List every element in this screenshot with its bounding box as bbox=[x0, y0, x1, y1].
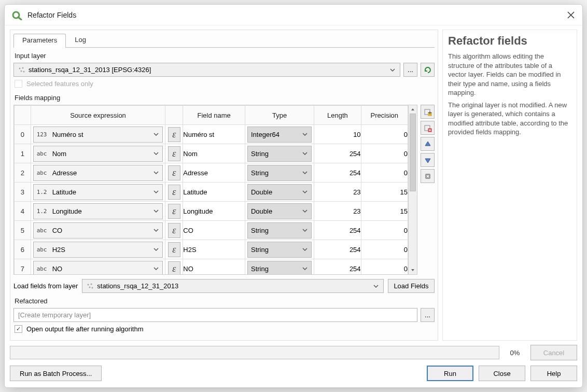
field-name-cell[interactable]: Adresse bbox=[183, 163, 245, 183]
expression-editor-button[interactable]: ε bbox=[168, 146, 180, 161]
field-name-cell[interactable]: NO bbox=[183, 259, 245, 275]
length-cell[interactable]: 10 bbox=[314, 125, 361, 144]
help-pane: Refactor fields This algorithm allows ed… bbox=[442, 30, 577, 341]
scroll-up-icon[interactable] bbox=[409, 105, 417, 114]
field-name-cell[interactable]: H2S bbox=[183, 240, 245, 259]
type-select[interactable]: String bbox=[247, 165, 312, 181]
row-index[interactable]: 2 bbox=[15, 163, 31, 183]
table-row[interactable]: 7abcNOεNOString2540 bbox=[15, 259, 408, 275]
precision-cell[interactable]: 0 bbox=[361, 163, 408, 183]
table-row[interactable]: 0123Numéro stεNuméro stInteger64100 bbox=[15, 125, 408, 144]
chevron-down-icon bbox=[302, 246, 308, 253]
type-select[interactable]: Double bbox=[247, 203, 312, 219]
type-select[interactable]: String bbox=[247, 261, 312, 275]
length-cell[interactable]: 23 bbox=[314, 183, 361, 202]
close-button[interactable]: Close bbox=[479, 366, 525, 381]
expression-editor-button[interactable]: ε bbox=[168, 185, 180, 200]
precision-cell[interactable]: 0 bbox=[361, 144, 408, 163]
header-fieldname[interactable]: Field name bbox=[183, 106, 245, 125]
scrollbar-thumb[interactable] bbox=[410, 114, 416, 191]
expression-editor-button[interactable]: ε bbox=[168, 242, 180, 257]
run-button[interactable]: Run bbox=[427, 366, 473, 381]
header-source[interactable]: Source expression bbox=[31, 106, 165, 125]
field-name-cell[interactable]: Numéro st bbox=[183, 125, 245, 144]
help-button[interactable]: Help bbox=[530, 366, 577, 381]
precision-cell[interactable]: 0 bbox=[361, 259, 408, 275]
length-cell[interactable]: 254 bbox=[314, 240, 361, 259]
length-cell[interactable]: 254 bbox=[314, 144, 361, 163]
source-expression-select[interactable]: 123Numéro st bbox=[33, 127, 163, 143]
add-field-button[interactable]: + bbox=[421, 105, 435, 119]
table-row[interactable]: 5abcCOεCOString2540 bbox=[15, 221, 408, 240]
layer-points-icon bbox=[87, 283, 94, 290]
reset-button[interactable] bbox=[421, 169, 435, 183]
expression-editor-button[interactable]: ε bbox=[168, 165, 180, 180]
table-scrollbar[interactable] bbox=[408, 105, 417, 274]
header-type[interactable]: Type bbox=[245, 106, 314, 125]
precision-cell[interactable]: 0 bbox=[361, 125, 408, 144]
move-up-button[interactable] bbox=[421, 137, 435, 151]
precision-cell[interactable]: 15 bbox=[361, 183, 408, 202]
source-expression-select[interactable]: 1.2Longitude bbox=[33, 203, 163, 219]
header-precision[interactable]: Precision bbox=[361, 106, 408, 125]
header-length[interactable]: Length bbox=[314, 106, 361, 125]
length-cell[interactable]: 254 bbox=[314, 163, 361, 183]
source-expression-select[interactable]: 1.2Latitude bbox=[33, 184, 163, 200]
expression-editor-button[interactable]: ε bbox=[168, 261, 180, 275]
row-index[interactable]: 7 bbox=[15, 259, 31, 275]
close-icon[interactable] bbox=[567, 11, 575, 19]
move-down-button[interactable] bbox=[421, 153, 435, 167]
precision-cell[interactable]: 0 bbox=[361, 240, 408, 259]
output-browse-button[interactable]: ... bbox=[421, 308, 435, 322]
row-index[interactable]: 0 bbox=[15, 125, 31, 144]
source-expression-select[interactable]: abcNom bbox=[33, 146, 163, 162]
table-row[interactable]: 31.2LatitudeεLatitudeDouble2315 bbox=[15, 183, 408, 202]
source-expression-select[interactable]: abcNO bbox=[33, 261, 163, 275]
row-index[interactable]: 6 bbox=[15, 240, 31, 259]
table-row[interactable]: 1abcNomεNomString2540 bbox=[15, 144, 408, 163]
type-select[interactable]: String bbox=[247, 146, 312, 162]
precision-cell[interactable]: 15 bbox=[361, 202, 408, 221]
row-index[interactable]: 5 bbox=[15, 221, 31, 240]
row-index[interactable]: 1 bbox=[15, 144, 31, 163]
row-index[interactable]: 3 bbox=[15, 183, 31, 202]
field-name-cell[interactable]: Nom bbox=[183, 144, 245, 163]
scroll-down-icon[interactable] bbox=[409, 266, 417, 274]
type-select[interactable]: String bbox=[247, 242, 312, 258]
delete-field-button[interactable] bbox=[421, 121, 435, 135]
field-name-cell[interactable]: Latitude bbox=[183, 183, 245, 202]
load-from-layer-select[interactable]: stations_rsqa_12_31_2013 bbox=[82, 279, 384, 293]
length-cell[interactable]: 254 bbox=[314, 259, 361, 275]
expression-editor-button[interactable]: ε bbox=[168, 127, 180, 142]
length-cell[interactable]: 254 bbox=[314, 221, 361, 240]
load-fields-button[interactable]: Load Fields bbox=[388, 279, 435, 293]
source-expression-select[interactable]: abcH2S bbox=[33, 242, 163, 258]
iterate-features-button[interactable] bbox=[421, 63, 435, 77]
input-layer-select[interactable]: stations_rsqa_12_31_2013 [EPSG:4326] bbox=[13, 63, 400, 77]
type-prefix: abc bbox=[37, 227, 51, 234]
browse-layer-button[interactable]: ... bbox=[403, 63, 417, 77]
output-path-input[interactable]: [Create temporary layer] bbox=[13, 308, 417, 322]
tab-parameters[interactable]: Parameters bbox=[13, 34, 66, 48]
row-index[interactable]: 4 bbox=[15, 202, 31, 221]
open-output-checkbox[interactable] bbox=[15, 325, 22, 333]
type-prefix: abc bbox=[37, 170, 51, 176]
type-select[interactable]: Integer64 bbox=[247, 127, 312, 143]
field-name-cell[interactable]: Longitude bbox=[183, 202, 245, 221]
expression-editor-button[interactable]: ε bbox=[168, 204, 180, 219]
source-expression-select[interactable]: abcCO bbox=[33, 222, 163, 239]
tab-log[interactable]: Log bbox=[66, 33, 95, 47]
table-row[interactable]: 2abcAdresseεAdresseString2540 bbox=[15, 163, 408, 183]
run-batch-button[interactable]: Run as Batch Process... bbox=[10, 366, 102, 381]
type-select[interactable]: Double bbox=[247, 184, 312, 200]
precision-cell[interactable]: 0 bbox=[361, 221, 408, 240]
length-cell[interactable]: 23 bbox=[314, 202, 361, 221]
source-expression-select[interactable]: abcAdresse bbox=[33, 165, 163, 181]
titlebar: Refactor Fields bbox=[5, 5, 582, 25]
table-row[interactable]: 6abcH2SεH2SString2540 bbox=[15, 240, 408, 259]
table-row[interactable]: 41.2LongitudeεLongitudeDouble2315 bbox=[15, 202, 408, 221]
field-name-cell[interactable]: CO bbox=[183, 221, 245, 240]
type-select[interactable]: String bbox=[247, 222, 312, 239]
expression-editor-button[interactable]: ε bbox=[168, 223, 180, 238]
input-layer-value: stations_rsqa_12_31_2013 [EPSG:4326] bbox=[29, 66, 389, 74]
